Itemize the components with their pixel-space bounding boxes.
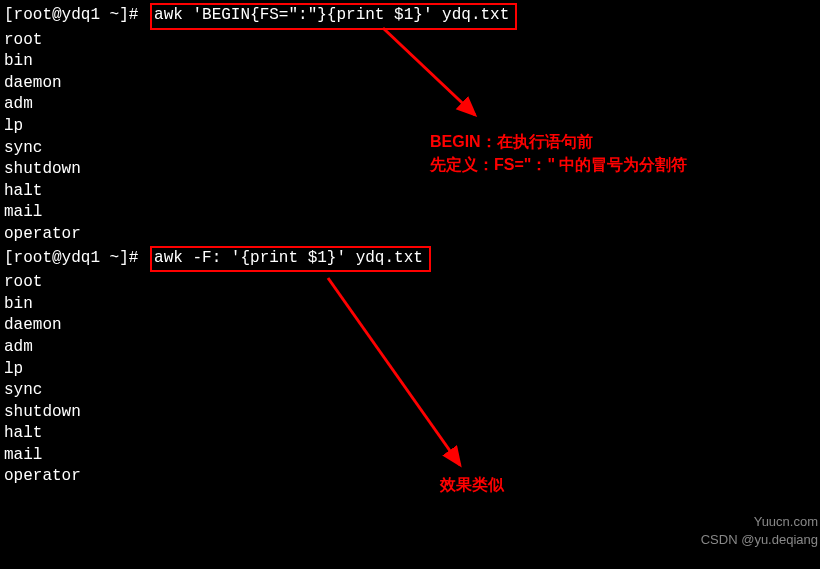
svg-line-0: [383, 28, 475, 115]
output-line: mail: [4, 202, 820, 224]
watermark-credit: CSDN @yu.deqiang: [701, 531, 818, 549]
terminal-line: [root@ydq1 ~]# awk -F: '{print $1}' ydq.…: [4, 246, 820, 273]
annotation-line: 效果类似: [440, 476, 504, 493]
output-line: sync: [4, 138, 820, 160]
annotation-line: BEGIN：在执行语句前: [430, 130, 687, 153]
annotation-arrow-icon: [375, 20, 495, 130]
output-line: operator: [4, 224, 820, 246]
output-line: shutdown: [4, 159, 820, 181]
annotation-arrow-icon: [320, 270, 480, 480]
command-text: awk -F: '{print $1}' ydq.txt: [154, 249, 423, 267]
shell-prompt: [root@ydq1 ~]#: [4, 6, 148, 24]
watermark-site: Yuucn.com: [754, 513, 818, 531]
annotation-text-bottom: 效果类似: [440, 473, 504, 496]
annotation-text-top: BEGIN：在执行语句前 先定义：FS="：" 中的冒号为分割符: [430, 130, 687, 176]
window-border: [820, 0, 824, 569]
command-box-2: awk -F: '{print $1}' ydq.txt: [150, 246, 431, 273]
shell-prompt: [root@ydq1 ~]#: [4, 249, 148, 267]
annotation-line: 先定义：FS="：" 中的冒号为分割符: [430, 153, 687, 176]
svg-line-1: [328, 278, 460, 465]
output-line: halt: [4, 181, 820, 203]
